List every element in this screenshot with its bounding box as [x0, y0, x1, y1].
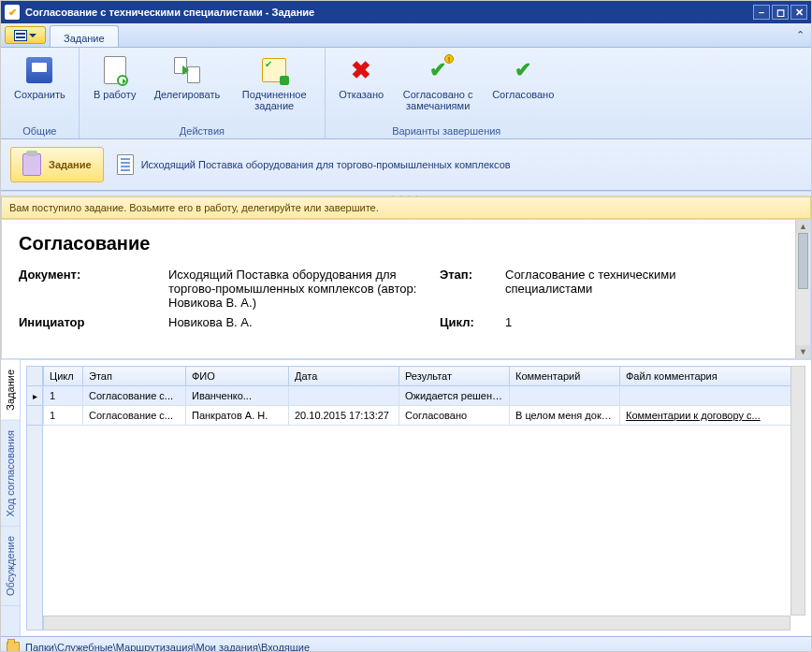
minimize-button[interactable]: –: [753, 5, 770, 20]
status-bar: Папки\Служебные\Маршрутизация\Мои задани…: [1, 636, 811, 652]
grid-horizontal-scrollbar[interactable]: [43, 616, 790, 630]
details-panel: Согласование Документ: Исходящий Поставк…: [1, 219, 811, 359]
group-label-common: Общие: [8, 123, 71, 137]
value-document: Исходящий Поставка оборудования для торг…: [168, 268, 440, 310]
lower-pane: Задание Ход согласования Обсуждение ▸ Ци…: [1, 359, 811, 636]
col-comment[interactable]: Комментарий: [510, 367, 620, 386]
cell-fio: Иванченко...: [186, 386, 289, 406]
col-fio[interactable]: ФИО: [186, 367, 289, 386]
row-header-blank: [27, 367, 42, 386]
cell-date: 20.10.2015 17:13:27: [289, 406, 399, 426]
task-header-button[interactable]: Задание: [10, 147, 104, 182]
cell-file: [620, 386, 805, 406]
table-row[interactable]: 1 Согласование с... Иванченко... Ожидает…: [44, 386, 805, 406]
save-button[interactable]: Сохранить: [8, 51, 71, 123]
grid-header-row: Цикл Этап ФИО Дата Результат Комментарий…: [44, 367, 805, 386]
cell-stage: Согласование с...: [83, 406, 186, 426]
header-bar: Задание Исходящий Поставка оборудования …: [1, 139, 811, 191]
row-header-gutter: ▸: [26, 366, 43, 630]
rejected-button[interactable]: ✖ Отказано: [333, 51, 389, 123]
window-buttons: – ◻ ✕: [753, 5, 807, 20]
value-cycle: 1: [505, 315, 748, 329]
vtab-progress-label: Ход согласования: [5, 430, 16, 516]
rejected-label: Отказано: [339, 89, 384, 100]
ribbon: Сохранить Общие В работу Делегировать По…: [1, 48, 811, 139]
chevron-up-icon: ⌃: [796, 29, 805, 41]
details-scrollbar[interactable]: ▲ ▼: [795, 220, 810, 358]
scroll-up-icon[interactable]: ▲: [796, 220, 810, 233]
delegate-icon: [174, 57, 200, 83]
list-icon: [14, 30, 27, 41]
scroll-down-icon[interactable]: ▼: [796, 345, 810, 358]
label-cycle: Цикл:: [440, 315, 505, 329]
clipboard-icon: [22, 153, 41, 176]
task-header-label: Задание: [49, 159, 92, 170]
to-work-button[interactable]: В работу: [87, 51, 143, 123]
subtask-label: Подчиненное задание: [237, 89, 312, 111]
vtab-discussion-label: Обсуждение: [5, 536, 16, 596]
grid-vertical-scrollbar[interactable]: [790, 366, 805, 616]
details-grid: Документ: Исходящий Поставка оборудовани…: [19, 268, 793, 329]
cell-file-link[interactable]: Комментарии к договору с...: [620, 406, 805, 426]
close-button[interactable]: ✕: [790, 5, 807, 20]
window-title: Согласование с техническими специалистам…: [25, 7, 753, 18]
cell-date: [289, 386, 399, 406]
reject-icon: ✖: [351, 56, 371, 85]
ribbon-group-outcomes: ✖ Отказано ✔! Согласовано с замечаниями …: [326, 48, 567, 138]
col-stage[interactable]: Этап: [83, 367, 186, 386]
breadcrumb[interactable]: Папки\Служебные\Маршрутизация\Мои задани…: [25, 642, 310, 653]
subtask-icon: [262, 58, 286, 82]
agreed-button[interactable]: ✔ Согласовано: [486, 51, 559, 123]
folder-icon: [7, 642, 20, 652]
maximize-button[interactable]: ◻: [772, 5, 789, 20]
collapse-ribbon-button[interactable]: ⌃: [789, 23, 811, 47]
table-row[interactable]: 1 Согласование с... Панкратов А. Н. 20.1…: [44, 406, 805, 426]
document-play-icon: [104, 56, 126, 84]
details-title: Согласование: [19, 233, 793, 254]
cell-stage: Согласование с...: [83, 386, 186, 406]
row-header-blank2: [27, 406, 42, 426]
vtab-task-label: Задание: [5, 369, 16, 411]
col-result[interactable]: Результат: [399, 367, 510, 386]
value-initiator: Новикова В. А.: [168, 315, 440, 329]
col-date[interactable]: Дата: [289, 367, 399, 386]
tab-task[interactable]: Задание: [50, 25, 119, 47]
document-link[interactable]: Исходящий Поставка оборудования для торг…: [117, 154, 511, 175]
agreed-remarks-label: Согласовано с замечаниями: [400, 89, 475, 111]
cell-result: Ожидается решение: [399, 386, 510, 406]
cell-comment: [510, 386, 620, 406]
chevron-down-icon: [29, 34, 36, 37]
check-icon: ✔: [515, 58, 531, 82]
grid-zone: ▸ Цикл Этап ФИО Дата Результат Комментар…: [21, 360, 811, 636]
quick-access-bar: Задание ⌃: [1, 23, 811, 48]
vtab-progress[interactable]: Ход согласования: [1, 421, 20, 527]
value-stage: Согласование с техническими специалистам…: [505, 268, 748, 310]
vtab-discussion[interactable]: Обсуждение: [1, 527, 20, 606]
save-icon: [26, 57, 52, 83]
scroll-thumb[interactable]: [798, 233, 808, 289]
cell-result: Согласовано: [399, 406, 510, 426]
col-file[interactable]: Файл комментария: [620, 367, 805, 386]
document-icon: [117, 154, 134, 175]
vtab-task[interactable]: Задание: [1, 360, 20, 421]
cell-fio: Панкратов А. Н.: [186, 406, 289, 426]
delegate-button[interactable]: Делегировать: [149, 51, 226, 123]
approval-grid: Цикл Этап ФИО Дата Результат Комментарий…: [43, 366, 805, 426]
tab-label: Задание: [64, 33, 105, 44]
ribbon-group-common: Сохранить Общие: [1, 48, 80, 138]
cell-cycle: 1: [44, 406, 83, 426]
agreed-label: Согласовано: [492, 89, 554, 100]
to-work-label: В работу: [94, 89, 136, 100]
subtask-button[interactable]: Подчиненное задание: [231, 51, 317, 123]
row-indicator: ▸: [27, 386, 42, 406]
label-document: Документ:: [19, 268, 168, 310]
info-text: Вам поступило задание. Возьмите его в ра…: [9, 202, 379, 213]
group-label-actions: Действия: [87, 123, 318, 137]
cell-comment: В целом меня доку...: [510, 406, 620, 426]
vertical-tabs: Задание Ход согласования Обсуждение: [1, 360, 21, 636]
col-cycle[interactable]: Цикл: [44, 367, 83, 386]
titlebar: ✔ Согласование с техническими специалист…: [1, 1, 811, 23]
agreed-remarks-button[interactable]: ✔! Согласовано с замечаниями: [395, 51, 481, 123]
document-link-label: Исходящий Поставка оборудования для торг…: [141, 159, 511, 170]
quick-access-menu-button[interactable]: [5, 26, 46, 44]
